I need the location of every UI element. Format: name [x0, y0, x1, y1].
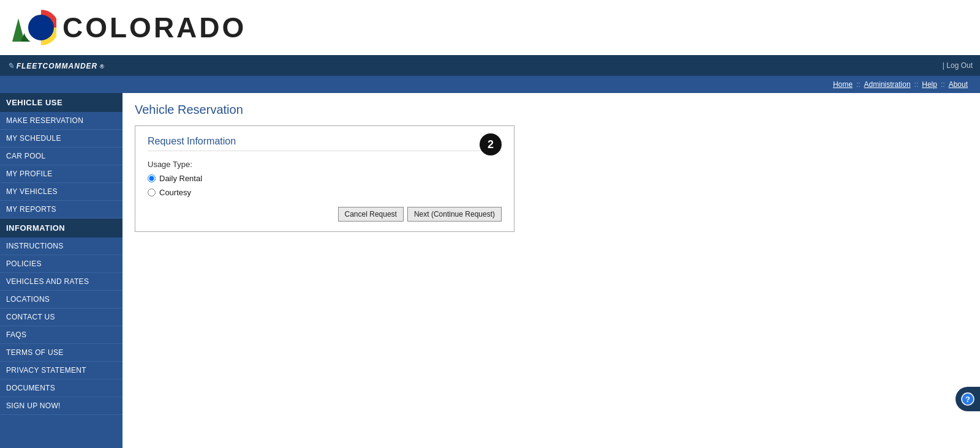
sidebar-item-my-schedule[interactable]: MY SCHEDULE: [0, 130, 123, 147]
cancel-request-button[interactable]: Cancel Request: [338, 207, 404, 222]
sidebar-item-privacy[interactable]: PRIVACY STATEMENT: [0, 362, 123, 379]
nav-administration[interactable]: Administration: [862, 80, 913, 89]
layout: VEHICLE USE MAKE RESERVATION MY SCHEDULE…: [0, 93, 980, 448]
sidebar-item-my-vehicles[interactable]: MY VEHICLES: [0, 183, 123, 201]
nav-about[interactable]: About: [946, 80, 970, 89]
main-content: Vehicle Reservation Request Information …: [123, 93, 980, 448]
fleet-commander-logo: ✎ FLEETCOMMANDER ®: [7, 61, 105, 70]
sidebar-item-car-pool[interactable]: CAR POOL: [0, 147, 123, 165]
sidebar-item-instructions[interactable]: INSTRUCTIONS: [0, 237, 123, 255]
logout-area[interactable]: | Log Out: [943, 61, 973, 70]
sidebar-vehicle-use-header: VEHICLE USE: [0, 93, 123, 112]
sidebar-item-vehicles-rates[interactable]: VEHICLES AND RATES: [0, 273, 123, 291]
courtesy-radio[interactable]: [148, 189, 156, 196]
support-icon[interactable]: ?: [956, 387, 980, 411]
sidebar-item-documents[interactable]: DOCUMENTS: [0, 379, 123, 397]
fleet-bar: ✎ FLEETCOMMANDER ® | Log Out: [0, 55, 980, 76]
sidebar-item-contact-us[interactable]: CONTACT US: [0, 308, 123, 326]
colorado-title: COLORADO: [62, 11, 246, 44]
daily-rental-label[interactable]: Daily Rental: [159, 174, 202, 183]
logout-link[interactable]: Log Out: [946, 61, 973, 70]
sidebar-item-signup[interactable]: SIGN UP NOW!: [0, 397, 123, 415]
colorado-logo-icon: [7, 6, 56, 49]
page-title: Vehicle Reservation: [135, 103, 968, 117]
nav-help[interactable]: Help: [919, 80, 940, 89]
daily-rental-radio[interactable]: [148, 174, 156, 182]
usage-type-label: Usage Type:: [148, 160, 502, 169]
step-badge: 2: [480, 133, 502, 155]
courtesy-row: Courtesy: [148, 188, 502, 197]
sidebar-item-make-reservation[interactable]: MAKE RESERVATION: [0, 112, 123, 130]
sidebar-item-locations[interactable]: LOCATIONS: [0, 291, 123, 308]
courtesy-label[interactable]: Courtesy: [159, 188, 191, 197]
sidebar: VEHICLE USE MAKE RESERVATION MY SCHEDULE…: [0, 93, 123, 448]
sidebar-information-header: INFORMATION: [0, 218, 123, 237]
sidebar-item-my-reports[interactable]: MY REPORTS: [0, 201, 123, 218]
sidebar-item-faqs[interactable]: FAQS: [0, 326, 123, 344]
nav-home[interactable]: Home: [831, 80, 855, 89]
card-title: Request Information: [148, 136, 502, 151]
daily-rental-row: Daily Rental: [148, 174, 502, 183]
svg-text:?: ?: [965, 395, 970, 404]
sidebar-item-my-profile[interactable]: MY PROFILE: [0, 165, 123, 183]
request-card: Request Information 2 Usage Type: Daily …: [135, 125, 514, 232]
next-continue-button[interactable]: Next (Continue Request): [407, 207, 502, 222]
sidebar-item-policies[interactable]: POLICIES: [0, 255, 123, 273]
header-logo: COLORADO: [0, 0, 980, 55]
nav-bar: Home :: Administration :: Help :: About: [0, 76, 980, 93]
support-chat-icon: ?: [961, 392, 974, 406]
button-row: Cancel Request Next (Continue Request): [148, 207, 502, 222]
sidebar-item-terms[interactable]: TERMS OF USE: [0, 344, 123, 362]
